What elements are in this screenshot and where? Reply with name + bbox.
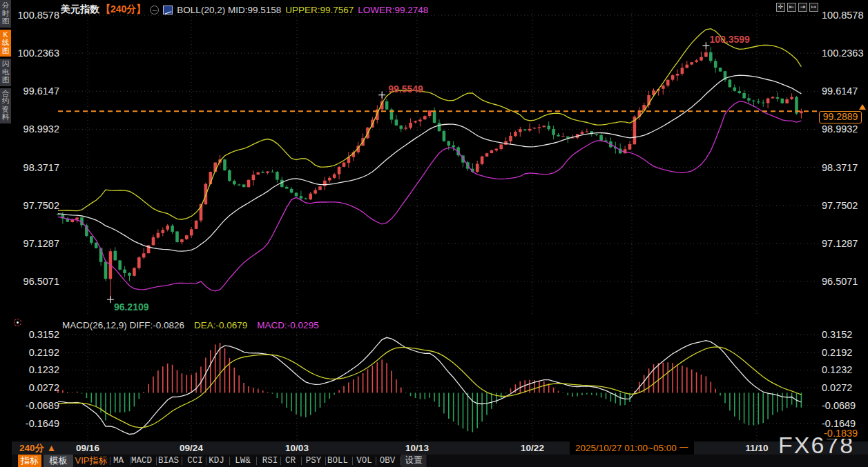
boll-mid-value: BOLL(20,2) MID:99.5158 xyxy=(177,5,281,15)
macd-macd-value: MACD:-0.0295 xyxy=(257,320,318,330)
toolbar-item-psy[interactable]: PSY xyxy=(306,455,322,467)
selected-bar-date-label: 2025/10/27 01:00~05:00 一 xyxy=(570,441,694,456)
macd-tick-right-1: 0.2192 xyxy=(822,347,852,358)
price-tick-right-5: 97.7502 xyxy=(822,200,858,211)
toolbar-separator xyxy=(156,457,157,465)
date-tick-3: 10/13 xyxy=(405,443,429,453)
period-indicator[interactable]: 240分 ▲ xyxy=(19,442,56,455)
macd-current-label: -0.1839 xyxy=(822,428,860,439)
sidebar-tab-0[interactable]: 分时图 xyxy=(0,0,11,28)
macd-dea-value: DEA:-0.0679 xyxy=(194,320,247,330)
scroll-right-icon[interactable]: ⇥ xyxy=(798,3,807,12)
indicator-chart-icon[interactable] xyxy=(163,6,173,14)
toolbar-item-boll[interactable]: BOLL xyxy=(327,455,348,467)
sidebar-tab-1[interactable]: K线图 xyxy=(0,30,11,57)
toolbar-item-[interactable]: 设置 xyxy=(401,455,427,467)
chart-header: 美元指数【240分】 – BOLL(20,2) MID:99.5158 UPPE… xyxy=(61,4,428,15)
collapse-icon[interactable]: – xyxy=(150,6,159,14)
date-tick-4: 10/22 xyxy=(521,443,544,453)
date-tick-0: 09/16 xyxy=(76,443,99,453)
toolbar-item-vol[interactable]: VOL xyxy=(356,455,372,467)
toolbar-item-kdj[interactable]: KDJ xyxy=(209,455,224,467)
chart-app: 分时图K线图闪电图合约资料 美元指数【240分】 – BOLL(20,2) MI… xyxy=(0,0,868,467)
price-tick-right-4: 98.3717 xyxy=(822,162,858,173)
macd-diff-value: MACD(26,12,9) DIFF:-0.0826 xyxy=(62,320,184,330)
macd-tick-right-3: 0.0272 xyxy=(822,382,852,393)
macd-header: MACD(26,12,9) DIFF:-0.0826 DEA:-0.0679 M… xyxy=(62,320,319,330)
boll-upper-value: UPPER:99.7567 xyxy=(285,5,354,15)
toolbar-separator xyxy=(110,457,110,465)
toolbar-separator xyxy=(301,457,302,465)
toolbar-separator xyxy=(229,457,230,465)
toolbar-item-bias[interactable]: BIAS xyxy=(158,455,179,467)
boll-lower-value: LOWER:99.2748 xyxy=(358,5,428,15)
date-tick-2: 10/03 xyxy=(285,443,309,453)
bottom-toolbar: 指标模板VIP指标MAMACDBIASCCIKDJLW&RSICRPSYBOLL… xyxy=(12,455,868,467)
toolbar-tab-vip[interactable]: VIP指标 xyxy=(75,455,108,467)
toolbar-tab-indicator[interactable]: 指标 xyxy=(18,455,41,467)
left-sidebar: 分时图K线图闪电图合约资料 xyxy=(0,0,12,467)
toolbar-separator xyxy=(206,457,206,465)
toolbar-item-macd[interactable]: MACD xyxy=(131,455,152,467)
toolbar-item-cci[interactable]: CCI xyxy=(187,455,203,467)
toolbar-separator xyxy=(130,457,131,465)
toolbar-item-lw[interactable]: LW& xyxy=(235,455,251,467)
date-axis-row: 240分 ▲ 09/1609/2410/0310/1310/2211/10202… xyxy=(12,441,868,455)
macd-tick-right-0: 0.3152 xyxy=(822,329,852,340)
price-tick-right-3: 98.9932 xyxy=(822,123,858,135)
price-tick-right-6: 97.1287 xyxy=(822,238,858,249)
macd-tick-right-4: -0.0689 xyxy=(822,400,856,411)
macd-tick-right-2: 0.1232 xyxy=(822,364,852,375)
toolbar-separator xyxy=(182,457,182,465)
move-icon[interactable]: ✛ xyxy=(776,3,785,12)
price-tick-right-2: 99.6147 xyxy=(822,86,858,97)
goto-end-icon[interactable]: ↦ xyxy=(809,3,818,12)
price-tick-right-0: 100.8578 xyxy=(822,10,863,21)
toolbar-separator xyxy=(401,457,401,465)
toolbar-item-cr[interactable]: CR xyxy=(285,455,296,467)
toolbar-separator xyxy=(352,457,353,465)
toolbar-item-ma[interactable]: MA xyxy=(113,455,124,467)
sidebar-tab-3[interactable]: 合约资料 xyxy=(0,88,11,123)
price-tick-right-7: 96.5071 xyxy=(822,276,858,287)
extreme-label-0: 99.5549 xyxy=(388,83,423,95)
toolbar-separator xyxy=(256,457,257,465)
scroll-left-icon[interactable]: ⇤ xyxy=(787,3,796,12)
period-title: 【240分】 xyxy=(101,3,146,16)
toolbar-separator xyxy=(280,457,281,465)
toolbar-item-obv[interactable]: OBV xyxy=(380,455,396,467)
extreme-label-2: 96.2109 xyxy=(114,301,149,312)
extreme-label-1: 100.3599 xyxy=(709,34,749,45)
price-tick-right-1: 100.2363 xyxy=(822,48,863,59)
current-price-label: 99.2889 xyxy=(819,111,862,123)
sidebar-tab-2[interactable]: 闪电图 xyxy=(0,59,11,86)
date-tick-5: 11/10 xyxy=(745,443,768,453)
toolbar-item-rsi[interactable]: RSI xyxy=(262,455,278,467)
chart-toolbar-icons: ✛⇤⇥↦ xyxy=(776,3,818,12)
toolbar-tab-template[interactable]: 模板 xyxy=(44,455,73,467)
indicator-dot-icon[interactable] xyxy=(14,319,21,326)
date-tick-1: 09/24 xyxy=(180,443,203,453)
toolbar-separator xyxy=(376,457,376,465)
price-marker-icon[interactable] xyxy=(859,104,866,110)
symbol-title: 美元指数 xyxy=(61,3,99,16)
toolbar-separator xyxy=(325,457,326,465)
candlestick-chart xyxy=(0,0,868,467)
